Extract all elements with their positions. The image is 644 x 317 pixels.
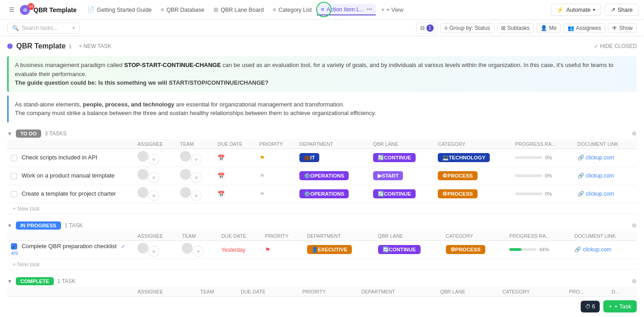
assignees-button[interactable]: 👥 Assignees [564,23,605,33]
group-complete: ▼ COMPLETE 1 TASK ⊕ ASSIGNEE TEAM DUE DA… [7,277,637,297]
dept-badge: ⚙️OPERATIONS [299,171,349,180]
complete-add-col[interactable]: ⊕ [632,278,637,284]
lane-badge: 🔄CONTINUE [373,189,416,198]
new-task-row: + New task [7,259,637,269]
doc-link[interactable]: 🔗 clickup.com [578,173,633,179]
group-by-button[interactable]: ≡ Group by: Status [440,23,494,33]
task-name[interactable]: Create a template for project charter [22,190,116,197]
team-add-button[interactable]: + [191,172,202,183]
col-category: CATEGORY [442,231,506,241]
group-inprogress: ▼ IN PROGRESS 1 TASK ⊕ ASSIGNEE TEAM DUE… [7,221,637,270]
team-add-button[interactable]: + [193,246,204,257]
subtasks-button[interactable]: ⊞ Subtasks [497,23,534,33]
task-checkbox[interactable] [11,155,17,161]
show-icon: 👁 [612,25,617,31]
inprogress-count: 1 TASK [65,222,83,229]
priority-flag: ⚑ [260,191,265,197]
inprogress-table: ASSIGNEE TEAM DUE DATE PRIORITY DEPARTME… [7,231,637,270]
task-name[interactable]: Complete QBR preparation checklist [22,243,117,250]
share-button[interactable]: ↗ Share [605,4,639,16]
progress-wrap: 44% [509,247,567,252]
app-title: QBR Template [33,6,76,14]
todo-chevron[interactable]: ▼ [7,131,12,136]
automate-label: Automate [566,7,591,13]
assignee-add-button[interactable]: + [148,154,159,165]
assignee-avatar [137,151,148,162]
tab-action-item[interactable]: ≡ Action Item L... ••• [317,4,376,15]
assignee-add-button[interactable]: + [148,190,159,201]
progress-wrap: 0% [515,173,570,178]
col-category: CATEGORY [434,139,511,149]
add-view-button[interactable]: + + View [378,5,407,15]
add-task-button[interactable]: + New task [11,260,42,269]
assignee-avatar [137,169,148,180]
description-block-2: As stand-alone elements, people, process… [7,96,637,122]
team-add-button[interactable]: + [191,154,202,165]
me-icon: 👤 [540,25,547,31]
assignee-add-button[interactable]: + [148,172,159,183]
tab-category-list[interactable]: ≡ Category List [269,5,315,15]
task-name[interactable]: Work on a product manual template [22,172,115,179]
tab-more-icon[interactable]: ••• [366,6,372,13]
lane-badge: ▶START [373,171,403,180]
hide-closed-button[interactable]: ✓ HIDE CLOSED [594,43,637,49]
complete-status-badge: COMPLETE [16,277,54,285]
task-name[interactable]: Check scripts included in API [22,154,98,161]
col-assignee: ASSIGNEE [134,139,176,149]
plus-icon: + [381,7,384,13]
filter-button[interactable]: ⊟ 1 [416,23,438,34]
col-department: DEPARTMENT [296,139,369,149]
tab-qbr-database[interactable]: ≡ QBR Database [157,5,208,15]
col-progress: PROGRESS RA... [506,231,571,241]
assignee-add-button[interactable]: + [148,246,159,257]
timer-button[interactable]: ⏱ 6 [581,301,600,312]
progress-text: 0% [545,155,552,160]
col-task [7,231,134,241]
project-header: QBR Template ℹ + NEW TASK ✓ HIDE CLOSED [7,42,637,51]
show-button[interactable]: 👁 Show [608,23,637,33]
dropdown-icon[interactable]: ▾ [72,25,75,30]
inprogress-chevron[interactable]: ▼ [7,223,12,228]
team-avatar [182,243,193,254]
inprogress-add-col[interactable]: ⊕ [632,222,637,229]
search-box[interactable]: 🔍 Search tasks... ▾ [7,23,80,34]
cat-badge: ⚙PROCESS [438,171,477,180]
progress-bar-bg [515,174,542,177]
new-task-button[interactable]: + NEW TASK [75,42,115,51]
doc-link[interactable]: 🔗 clickup.com [578,191,633,197]
desc-bold: people, process, and technology [83,101,174,108]
task-checkbox[interactable] [11,173,17,179]
desc-guide-question: The guide question could be: Is this som… [15,79,269,86]
tab-getting-started[interactable]: 📄 Getting Started Guide [84,5,155,15]
menu-icon[interactable]: ☰ [5,4,18,16]
assignee-avatar [137,243,148,254]
task-checkbox[interactable]: ✓ [11,243,17,250]
dept-badge: ⚙️OPERATIONS [299,189,349,198]
lane-badge: 🔄CONTINUE [373,153,416,162]
task-checkbox[interactable] [11,191,17,197]
team-add-button[interactable]: + [191,190,202,201]
col-qbr-lane: QBR LANE [436,287,499,297]
desc-text-1: A business management paradigm called [15,62,124,68]
add-task-button[interactable]: + New task [11,205,42,213]
bottom-bar: ⏱ 6 + + Task [573,296,644,317]
search-placeholder: Search tasks... [22,25,57,31]
doc-link[interactable]: 🔗 clickup.com [574,246,633,253]
timer-count: 6 [592,303,595,310]
automate-button[interactable]: ⚡ Automate ▾ [551,4,601,16]
doc-link[interactable]: 🔗 clickup.com [578,154,633,161]
assignees-icon: 👥 [568,25,574,31]
info-icon[interactable]: ℹ [69,43,71,50]
todo-add-col[interactable]: ⊕ [632,130,637,137]
due-date-icon: 📅 [218,173,225,179]
complete-chevron[interactable]: ▼ [7,279,12,284]
me-button[interactable]: 👤 Me [536,23,561,33]
col-due-date: DUE DATE [237,287,298,297]
show-label: Show [619,25,633,31]
col-priority: PRIORITY [256,139,296,149]
progress-bar-bg [509,248,536,251]
add-task-bottom-button[interactable]: + + Task [603,300,637,312]
subtasks-label: Subtasks [507,25,530,31]
col-assignee: ASSIGNEE [134,287,197,297]
tab-qbr-lane-board[interactable]: ⊞ QBR Lane Board [210,5,267,15]
